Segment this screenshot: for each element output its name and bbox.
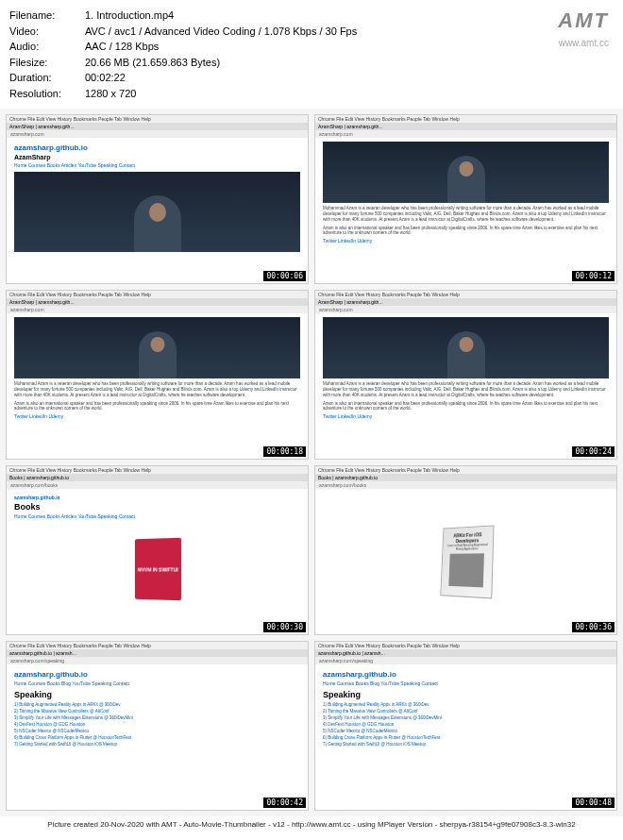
nav-links: Home Courses Books Articles YouTube Spea… — [14, 162, 300, 168]
speaking-item: 6) Building Cross Platform Apps in Flutt… — [14, 735, 300, 740]
browser-tab: AzamSharp | azamsharp.gith... — [315, 123, 616, 130]
timestamp: 00:00:30 — [263, 622, 306, 632]
footer-credit: Picture created 20-Nov-2020 with AMT - A… — [0, 816, 623, 832]
book2-image — [448, 553, 484, 587]
speaking-item: 1) Building Augmented Reality Apps in AR… — [323, 702, 609, 707]
site-title: azamsharp.github.io — [14, 495, 300, 500]
speaking-item: 4) DevFest Houston @ GDG Houston — [323, 722, 609, 727]
speaking-item: 6) Building Cross Platform Apps in Flutt… — [323, 735, 609, 740]
speaking-heading: Speaking — [14, 690, 300, 699]
timestamp: 00:00:24 — [572, 446, 615, 457]
video-label: Video: — [9, 24, 85, 40]
hero-image — [14, 172, 300, 252]
watermark: AMT www.amt.cc — [558, 5, 609, 50]
menubar: Chrome File Edit View History Bookmarks … — [315, 466, 616, 474]
speaking-list: 1) Building Augmented Reality Apps in AR… — [14, 702, 300, 747]
audio-label: Audio: — [9, 39, 85, 55]
thumbnail-7: Chrome File Edit View History Bookmarks … — [6, 641, 309, 811]
speaking-item: 5) NSCoder Mexico @ NSCoderMexico — [323, 729, 609, 733]
book-cover-1: MVVM IN SWIFTUI — [134, 537, 180, 599]
speaking-item: 7) Getting Started with SwiftUI @ Housto… — [14, 742, 300, 747]
bio-text-2: Azam is also an international speaker an… — [323, 226, 609, 237]
speaking-item: 1) Building Augmented Reality Apps in AR… — [14, 702, 300, 707]
book2-subtitle: Learn to Build Amazing Augmented Reality… — [446, 543, 488, 551]
duration-label: Duration: — [9, 70, 85, 86]
nav-links: Home Courses Books Articles YouTube Spea… — [14, 513, 300, 519]
timestamp: 00:00:06 — [263, 271, 306, 281]
filename-value: 1. Introduction.mp4 — [85, 8, 614, 24]
speaking-item: 4) DevFest Houston @ GDG Houston — [14, 722, 300, 727]
speaking-item: 3) Simplify Your Life with Messages Exte… — [323, 715, 609, 720]
nav-links: Home Courses Books Blog YouTube Speaking… — [14, 680, 300, 686]
menubar: Chrome File Edit View History Bookmarks … — [315, 642, 616, 649]
thumbnail-grid: Chrome File Edit View History Bookmarks … — [0, 109, 623, 816]
filename-label: Filename: — [9, 8, 85, 24]
bio-text: Mohammad Azam is a veteran developer who… — [323, 381, 609, 398]
hero-image — [14, 317, 300, 378]
books-heading: Books — [14, 502, 300, 512]
address-bar: azamsharp.com/speaking — [7, 657, 308, 664]
timestamp: 00:00:48 — [572, 798, 615, 808]
address-bar: azamsharp.com/books — [315, 481, 616, 489]
social-links: Twitter LinkedIn Udemy — [323, 413, 609, 419]
bio-text: Mohammad Azam is a veteran developer who… — [323, 206, 609, 223]
timestamp: 00:00:36 — [572, 622, 615, 632]
browser-tab: AzamSharp | azamsharp.gith... — [315, 298, 616, 306]
speaking-item: 2) Taming the Massive View Controllers @… — [14, 709, 300, 714]
timestamp: 00:00:42 — [263, 798, 306, 808]
menubar: Chrome File Edit View History Bookmarks … — [7, 115, 308, 123]
watermark-logo: AMT — [558, 5, 609, 36]
speaking-list: 1) Building Augmented Reality Apps in AR… — [323, 702, 609, 747]
thumbnail-3: Chrome File Edit View History Bookmarks … — [6, 290, 309, 460]
site-title: azamsharp.github.io — [323, 670, 609, 679]
site-title: azamsharp.github.io — [14, 143, 300, 152]
audio-value: AAC / 128 Kbps — [85, 39, 614, 55]
social-links: Twitter LinkedIn Udemy — [14, 413, 300, 419]
menubar: Chrome File Edit View History Bookmarks … — [7, 642, 308, 649]
author-name: AzamSharp — [14, 154, 300, 160]
bio-text-2: Azam is also an international speaker an… — [323, 401, 609, 412]
thumbnail-4: Chrome File Edit View History Bookmarks … — [314, 290, 617, 460]
timestamp: 00:00:12 — [572, 271, 615, 281]
browser-tab: AzamSharp | azamsharp.gith... — [7, 298, 308, 306]
thumbnail-5: Chrome File Edit View History Bookmarks … — [6, 465, 309, 635]
speaking-item: 7) Getting Started with SwiftUI @ Housto… — [323, 742, 609, 747]
bio-text-2: Azam is also an international speaker an… — [14, 401, 300, 412]
resolution-value: 1280 x 720 — [85, 86, 614, 102]
menubar: Chrome File Edit View History Bookmarks … — [7, 291, 308, 298]
book-title: MVVM IN SWIFTUI — [138, 566, 178, 572]
filesize-value: 20.66 MB (21.659.863 Bytes) — [85, 55, 614, 71]
social-links: Twitter LinkedIn Udemy — [323, 238, 609, 244]
browser-tab: AzamSharp | azamsharp.gith... — [7, 123, 308, 130]
speaking-item: 5) NSCoder Mexico @ NSCoderMexico — [14, 729, 300, 733]
menubar: Chrome File Edit View History Bookmarks … — [7, 466, 308, 474]
thumbnail-6: Chrome File Edit View History Bookmarks … — [314, 465, 617, 635]
address-bar: azamsharp.com/books — [7, 481, 308, 489]
site-title: azamsharp.github.io — [14, 670, 300, 679]
browser-tab: azamsharp.github.io | azamsh... — [7, 649, 308, 657]
bio-text: Mohammad Azam is a veteran developer who… — [14, 381, 300, 398]
address-bar: azamsharp.com — [7, 130, 308, 138]
hero-image — [323, 142, 609, 203]
timestamp: 00:00:18 — [263, 446, 306, 457]
resolution-label: Resolution: — [9, 86, 85, 102]
browser-tab: Books | azamsharp.github.io — [315, 474, 616, 481]
metadata-panel: AMT www.amt.cc Filename:1. Introduction.… — [0, 0, 623, 109]
hero-image — [323, 317, 609, 378]
address-bar: azamsharp.com — [315, 306, 616, 313]
watermark-url: www.amt.cc — [558, 36, 609, 50]
speaking-item: 3) Simplify Your Life with Messages Exte… — [14, 715, 300, 720]
thumbnail-1: Chrome File Edit View History Bookmarks … — [6, 114, 309, 284]
browser-tab: Books | azamsharp.github.io — [7, 474, 308, 481]
video-value: AVC / avc1 / Advanced Video Coding / 1.0… — [85, 24, 614, 40]
browser-tab: azamsharp.github.io | azamsh... — [315, 649, 616, 657]
menubar: Chrome File Edit View History Bookmarks … — [315, 115, 616, 123]
speaking-heading: Speaking — [323, 690, 609, 699]
address-bar: azamsharp.com/speaking — [315, 657, 616, 664]
book-cover-2: ARKit For iOS Developers Learn to Build … — [440, 525, 494, 598]
duration-value: 00:02:22 — [85, 70, 614, 86]
speaking-item: 2) Taming the Massive View Controllers @… — [323, 709, 609, 714]
address-bar: azamsharp.com — [7, 306, 308, 313]
address-bar: azamsharp.com — [315, 130, 616, 138]
menubar: Chrome File Edit View History Bookmarks … — [315, 291, 616, 298]
